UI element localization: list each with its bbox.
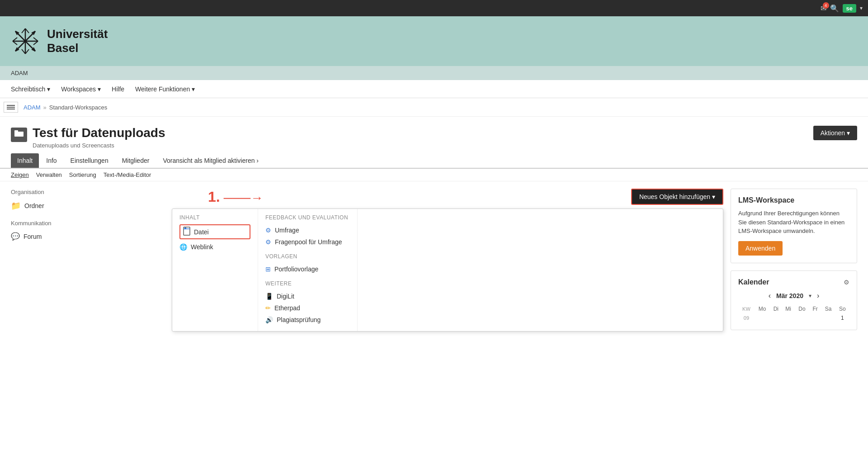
umfrage-icon: ⚙ [265, 227, 271, 234]
tab-bar: Inhalt Info Einstellungen Mitglieder Vor… [0, 153, 868, 169]
university-name: Universität Basel [47, 27, 108, 55]
breadcrumb-current: Standard-Workspaces [49, 104, 107, 111]
dropdown-digilit[interactable]: 📱 DigiLit [265, 290, 350, 302]
kalender-di-header: Di [770, 304, 782, 313]
tab-einstellungen[interactable]: Einstellungen [64, 153, 115, 168]
mail-badge: 4 [823, 2, 829, 9]
main-nav: Schreibtisch ▾ Workspaces ▾ Hilfe Weiter… [0, 80, 868, 98]
kalender-fr-header: Fr [809, 304, 821, 313]
dropdown-datei[interactable]: Datei [179, 224, 250, 239]
feedback-col-header: Feedback und Evaluation [265, 214, 350, 221]
page-subtitle: Datenuploads und Screencasts [33, 142, 165, 149]
nav-hilfe[interactable]: Hilfe [112, 85, 124, 93]
breadcrumb-home[interactable]: ADAM [24, 104, 41, 111]
schreibtisch-chevron: ▾ [47, 85, 50, 93]
workspaces-chevron: ▾ [98, 85, 101, 93]
kalender-next-button[interactable]: › [817, 292, 819, 300]
kalender-gear-icon[interactable]: ⚙ [844, 279, 849, 286]
fragenpool-label: Fragenpool für Umfrage [275, 238, 342, 246]
tab-info[interactable]: Info [40, 153, 63, 168]
step1-arrow: ───→ [224, 191, 264, 205]
kalender-mi-header: Mi [782, 304, 795, 313]
portfolio-icon: ⊞ [265, 265, 271, 273]
vorlagen-col-header: Vorlagen [265, 253, 350, 260]
logo-area: Universität Basel [11, 27, 108, 56]
etherpad-label: Etherpad [274, 304, 300, 312]
tab-voransicht[interactable]: Voransicht als Mitglied aktivieren › [156, 153, 265, 168]
top-bar: ✉ 4 🔍 se ▾ [0, 0, 868, 16]
kalender-month: Mär 2020 [776, 292, 803, 299]
kalender-title: Kalender [738, 278, 769, 286]
dropdown-umfrage[interactable]: ⚙ Umfrage [265, 224, 350, 236]
digilit-label: DigiLit [277, 293, 294, 300]
page-title-area: Test für Datenuploads Datenuploads und S… [0, 117, 868, 153]
header: Universität Basel [0, 16, 868, 66]
subnav-zeigen[interactable]: Zeigen [11, 171, 29, 178]
dropdown-portfoliovorlage[interactable]: ⊞ Portfoliovorlage [265, 263, 350, 275]
sidebar-toggle-icon[interactable] [4, 102, 18, 113]
subnav-verwalten[interactable]: Verwalten [36, 171, 62, 178]
lms-text: Aufgrund Ihrer Berechtigungen können Sie… [738, 209, 849, 236]
right-sidebar: LMS-Workspace Aufgrund Ihrer Berechtigun… [731, 189, 857, 330]
anwenden-button[interactable]: Anwenden [738, 241, 783, 256]
weitere-col-header: Weitere [265, 280, 350, 287]
aktionen-button[interactable]: Aktionen ▾ [813, 126, 857, 140]
ordner-label: Ordner [24, 202, 44, 209]
dropdown-plagiat[interactable]: 🔊 Plagiatsprüfung [265, 314, 350, 326]
svg-rect-25 [184, 228, 186, 229]
portfoliovorlage-label: Portfoliovorlage [274, 265, 318, 273]
page-title-text-area: Test für Datenuploads Datenuploads und S… [33, 126, 165, 149]
page-title: Test für Datenuploads [33, 126, 165, 140]
kalender-nav: ‹ Mär 2020 ▾ › [738, 292, 849, 300]
kalender-do-header: Do [795, 304, 809, 313]
university-logo-icon [11, 27, 40, 56]
lms-card: LMS-Workspace Aufgrund Ihrer Berechtigun… [731, 189, 857, 263]
svg-rect-22 [14, 130, 18, 132]
dropdown-col-feedback: Feedback und Evaluation ⚙ Umfrage ⚙ Frag… [258, 209, 358, 331]
table-row: 09 1 [738, 313, 849, 322]
kommunikation-section: Kommunikation 💬 Forum [11, 220, 165, 242]
user-button[interactable]: se [843, 4, 856, 13]
kalender-kw-header: KW [738, 304, 755, 313]
tab-mitglieder[interactable]: Mitglieder [116, 153, 156, 168]
kalender-prev-button[interactable]: ‹ [769, 292, 771, 300]
nav-weitere-funktionen[interactable]: Weitere Funktionen ▾ [135, 85, 195, 93]
tab-inhalt[interactable]: Inhalt [11, 153, 39, 168]
sub-nav: Zeigen Verwalten Sortierung Text-/Media-… [0, 169, 868, 181]
folder-icon: 📁 [11, 201, 21, 211]
kalender-table: KW Mo Di Mi Do Fr Sa So 09 [738, 304, 849, 322]
adam-label: ADAM [0, 66, 868, 80]
kalender-dropdown-chevron[interactable]: ▾ [809, 293, 811, 299]
forum-item[interactable]: 💬 Forum [11, 230, 165, 242]
subnav-sortierung[interactable]: Sortierung [69, 171, 96, 178]
digilit-icon: 📱 [265, 293, 273, 300]
page-title-left: Test für Datenuploads Datenuploads und S… [11, 126, 165, 149]
dropdown-fragenpool[interactable]: ⚙ Fragenpool für Umfrage [265, 236, 350, 248]
kalender-mo-header: Mo [755, 304, 770, 313]
content-area: Organisation 📁 Ordner Kommunikation 💬 Fo… [0, 181, 868, 339]
ordner-item[interactable]: 📁 Ordner [11, 199, 165, 213]
nav-workspaces[interactable]: Workspaces ▾ [61, 85, 101, 93]
dropdown-etherpad[interactable]: ✏ Etherpad [265, 302, 350, 314]
datei-label: Datei [194, 228, 209, 236]
mail-icon[interactable]: ✉ 4 [821, 4, 826, 13]
umfrage-label: Umfrage [275, 227, 299, 234]
breadcrumb-separator: » [43, 104, 47, 111]
weitere-funktionen-chevron: ▾ [192, 85, 195, 93]
kalender-so-header: So [835, 304, 849, 313]
nav-schreibtisch[interactable]: Schreibtisch ▾ [11, 85, 50, 93]
dropdown-area: 1. ───→ Neues Objekt hinzufügen ▾ Inhalt [172, 189, 723, 332]
search-icon[interactable]: 🔍 [830, 4, 839, 13]
subnav-text-media-editor[interactable]: Text-/Media-Editor [104, 171, 151, 178]
kalender-card: Kalender ⚙ ‹ Mär 2020 ▾ › KW Mo Di Mi Do [731, 270, 857, 330]
user-dropdown-chevron[interactable]: ▾ [860, 5, 863, 11]
dropdown-weblink[interactable]: 🌐 Weblink [179, 241, 250, 253]
fragenpool-icon: ⚙ [265, 238, 271, 246]
kalender-header: Kalender ⚙ [738, 278, 849, 286]
step1-number: 1. [208, 189, 220, 205]
file-icon [183, 227, 190, 237]
svg-rect-21 [14, 132, 24, 137]
dropdown-col-inhalt: Inhalt Datei 🌐 Weblink [172, 209, 258, 331]
neues-objekt-button[interactable]: Neues Objekt hinzufügen ▾ [631, 189, 723, 205]
plagiat-label: Plagiatsprüfung [277, 316, 321, 323]
